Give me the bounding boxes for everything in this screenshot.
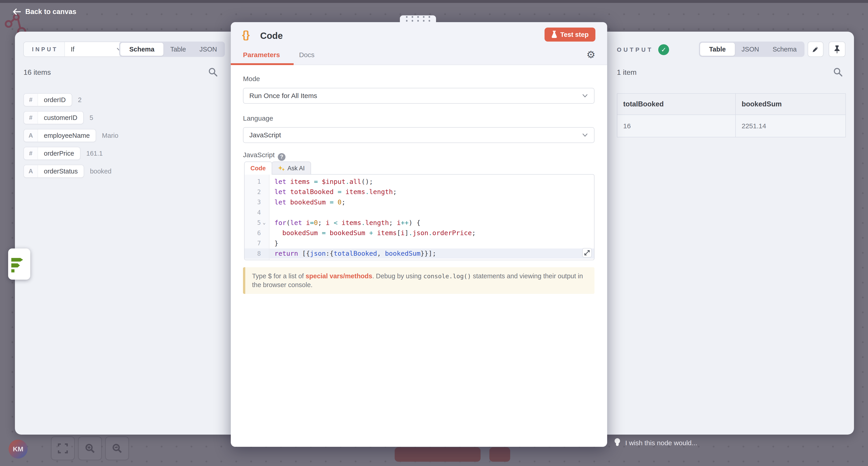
language-select[interactable]: JavaScript (243, 127, 594, 143)
code-line: 6 bookedSum = bookedSum + items[i].json.… (245, 228, 594, 238)
mode-select[interactable]: Run Once for All Items (243, 88, 594, 104)
fold-chevron-icon[interactable]: ⌄ (263, 220, 266, 225)
zoom-out-button[interactable] (105, 436, 129, 460)
modal-body: Mode Run Once for All Items Language Jav… (231, 65, 607, 447)
input-schema-list: #orderID2#customerID5AemployeeNameMario#… (24, 93, 119, 182)
window-top-strip (0, 0, 868, 3)
output-tab-table[interactable]: Table (700, 43, 735, 56)
code-text: return [{json:{totalBooked, bookedSum}}]… (269, 249, 436, 257)
output-items-count: 1 item (617, 68, 637, 76)
line-number: 5⌄ (245, 219, 269, 226)
special-vars-link[interactable]: special vars/methods (306, 272, 372, 280)
tab-parameters[interactable]: Parameters (243, 51, 280, 59)
line-number: 2 (245, 189, 269, 195)
avatar-initials: KM (13, 445, 24, 453)
if-node-icon (11, 254, 27, 274)
editor-tab-ask-ai[interactable]: Ask AI (272, 162, 311, 175)
avatar[interactable]: KM (8, 440, 28, 459)
hint-text: Type $ for a list of (252, 272, 306, 280)
editor-expand-button[interactable] (582, 248, 592, 258)
gutter-divider (269, 175, 270, 260)
code-line: 8return [{json:{totalBooked, bookedSum}}… (245, 248, 594, 259)
modal-drag-handle[interactable] (400, 15, 436, 22)
language-value: JavaScript (249, 131, 281, 139)
zoom-to-fit-button[interactable] (51, 436, 75, 460)
mode-label: Mode (243, 75, 260, 83)
gear-icon[interactable]: ⚙ (587, 49, 595, 60)
input-view-tabs: Schema Table JSON (119, 41, 225, 57)
dimmed-canvas-button-small (489, 447, 510, 462)
field-value: 5 (90, 114, 93, 122)
schema-field: #customerID5 (24, 111, 119, 124)
code-editor-rows: 1let items = $input.all();2let totalBook… (245, 176, 594, 259)
output-tab-json[interactable]: JSON (735, 43, 766, 56)
code-editor[interactable]: 1let items = $input.all();2let totalBook… (244, 174, 594, 260)
field-name: orderStatus (38, 165, 84, 177)
schema-field: #orderID2 (24, 93, 119, 106)
n8n-ndv-screen: { "colors":{"accent":"#e0614b","success_… (0, 0, 868, 466)
hint-code-text: console.log() (423, 273, 471, 280)
input-panel-label: INPUT (24, 42, 65, 57)
output-table: totalBooked bookedSum 16 2251.14 (617, 93, 846, 137)
schema-field-pill[interactable]: #customerID (24, 111, 84, 124)
schema-field-pill[interactable]: #orderID (24, 93, 72, 106)
output-search-icon[interactable] (833, 67, 843, 77)
editor-section-label: JavaScript? (243, 151, 285, 161)
language-label: Language (243, 114, 273, 122)
line-number: 3 (245, 199, 269, 205)
node-feedback-button[interactable]: I wish this node would... (614, 438, 698, 448)
field-value: booked (90, 168, 112, 175)
line-number: 6 (245, 230, 269, 236)
flask-icon (551, 31, 557, 38)
schema-field-pill[interactable]: #orderPrice (24, 147, 81, 160)
input-tab-schema[interactable]: Schema (120, 43, 163, 56)
schema-field-pill[interactable]: AemployeeName (24, 129, 96, 142)
modal-header: {} Code Test step Parameters Docs ⚙ (231, 22, 607, 65)
code-line: 4 (245, 207, 594, 218)
node-settings-modal: {} Code Test step Parameters Docs ⚙ Mode… (231, 22, 607, 447)
mode-value: Run Once for All Items (249, 92, 317, 100)
code-text: let totalBooked = items.length; (269, 188, 397, 196)
field-type-icon: # (24, 94, 38, 106)
output-tab-schema[interactable]: Schema (766, 43, 803, 56)
code-text: for(let i=0; i < items.length; i++) { (269, 219, 421, 227)
active-tab-underline (231, 63, 293, 65)
pencil-icon (812, 45, 819, 53)
output-table-row: 16 2251.14 (617, 115, 845, 137)
back-to-canvas-button[interactable]: Back to canvas (13, 8, 76, 16)
schema-field: AorderStatusbooked (24, 165, 119, 178)
input-search-icon[interactable] (208, 67, 218, 77)
schema-field-pill[interactable]: AorderStatus (24, 165, 84, 178)
edit-output-button[interactable] (808, 41, 824, 57)
schema-field: #orderPrice161.1 (24, 147, 119, 160)
input-tab-json[interactable]: JSON (193, 43, 224, 56)
input-tab-table[interactable]: Table (163, 43, 193, 56)
input-source-selector[interactable]: INPUT If (23, 41, 129, 57)
test-step-label: Test step (560, 31, 589, 38)
help-icon[interactable]: ? (278, 153, 285, 161)
output-cell-totalBooked: 16 (617, 115, 736, 137)
test-step-button[interactable]: Test step (545, 28, 595, 41)
node-feedback-label: I wish this node would... (625, 439, 698, 447)
field-value: 2 (78, 96, 82, 104)
editor-label-text: JavaScript (243, 151, 275, 159)
code-line: 2let totalBooked = items.length; (245, 187, 594, 197)
ask-ai-label: Ask AI (287, 165, 305, 172)
arrow-left-icon (13, 8, 21, 15)
code-node-icon: {} (242, 29, 249, 41)
if-node-card[interactable] (8, 248, 30, 280)
code-text: bookedSum = bookedSum + items[i].json.or… (269, 229, 476, 237)
output-column-header: totalBooked (617, 94, 736, 114)
output-cell-bookedSum: 2251.14 (736, 115, 845, 137)
editor-tab-code[interactable]: Code (244, 162, 272, 175)
success-check-icon: ✓ (658, 44, 669, 55)
code-line: 7} (245, 238, 594, 248)
tab-docs[interactable]: Docs (299, 51, 314, 59)
pin-data-button[interactable] (829, 41, 845, 57)
zoom-in-button[interactable] (78, 436, 102, 460)
code-text: } (269, 239, 278, 247)
input-items-count: 16 items (24, 68, 51, 76)
output-header: OUTPUT ✓ (617, 44, 669, 55)
field-value: 161.1 (86, 150, 103, 157)
line-number: 8 (245, 250, 269, 257)
